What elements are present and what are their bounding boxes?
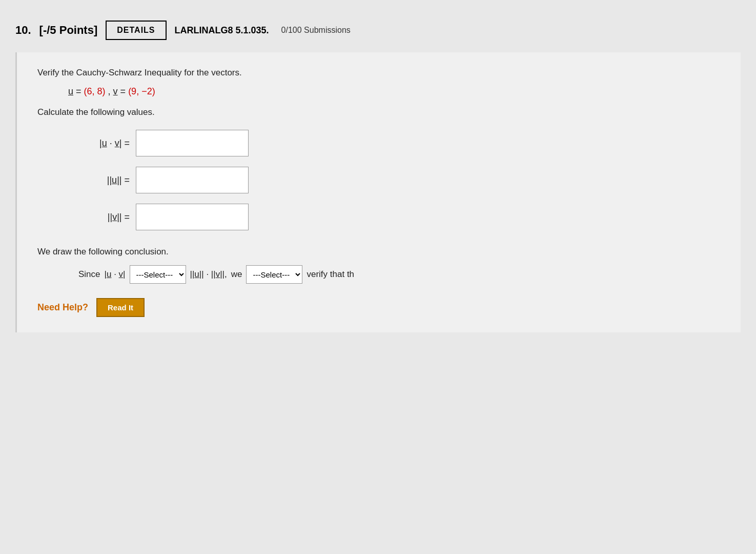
- question-number: 10.: [15, 24, 31, 37]
- need-help-label: Need Help?: [37, 302, 88, 313]
- details-button[interactable]: DETAILS: [106, 21, 166, 40]
- comparison-select[interactable]: ---Select--- ≤ ≥ = < >: [130, 265, 186, 284]
- u-norm-label: ||u|| =: [58, 175, 130, 186]
- vectors-line: u = (6, 8) , v = (9, −2): [37, 86, 720, 97]
- v-vector-label: v: [113, 86, 118, 96]
- uv-dot-row: |u · v| =: [37, 130, 720, 156]
- points-label: [-/5 Points]: [39, 24, 98, 37]
- page-container: 10. [-/5 Points] DETAILS LARLINALG8 5.1.…: [0, 0, 756, 353]
- abs-uv-label: |u · v|: [105, 269, 126, 280]
- question-header: 10. [-/5 Points] DETAILS LARLINALG8 5.1.…: [15, 21, 741, 40]
- calc-text: Calculate the following values.: [37, 107, 720, 117]
- verify-suffix-label: verify that th: [307, 269, 354, 280]
- u-vector-label: u: [68, 86, 73, 96]
- help-row: Need Help? Read It: [37, 298, 720, 317]
- question-body: Verify the Cauchy-Schwarz Inequality for…: [15, 52, 741, 332]
- u-norm-input[interactable]: [136, 167, 249, 193]
- read-it-button[interactable]: Read It: [96, 298, 145, 317]
- conclusion-text: We draw the following conclusion.: [37, 247, 720, 257]
- verify-select[interactable]: ---Select--- can cannot: [246, 265, 302, 284]
- intro-text: Verify the Cauchy-Schwarz Inequality for…: [37, 68, 720, 78]
- submissions-label: 0/100 Submissions: [281, 26, 351, 35]
- since-row: Since |u · v| ---Select--- ≤ ≥ = < > ||u…: [37, 265, 720, 284]
- norm-product-label: ||u|| · ||v||,: [190, 269, 227, 280]
- uv-dot-label: |u · v| =: [58, 138, 130, 149]
- since-label: Since: [78, 269, 100, 280]
- u-norm-row: ||u|| =: [37, 167, 720, 193]
- v-norm-row: ||v|| =: [37, 204, 720, 230]
- v-norm-input[interactable]: [136, 204, 249, 230]
- we-label: we: [231, 269, 242, 280]
- problem-id: LARLINALG8 5.1.035.: [175, 25, 269, 36]
- uv-dot-input[interactable]: [136, 130, 249, 156]
- v-norm-label: ||v|| =: [58, 212, 130, 223]
